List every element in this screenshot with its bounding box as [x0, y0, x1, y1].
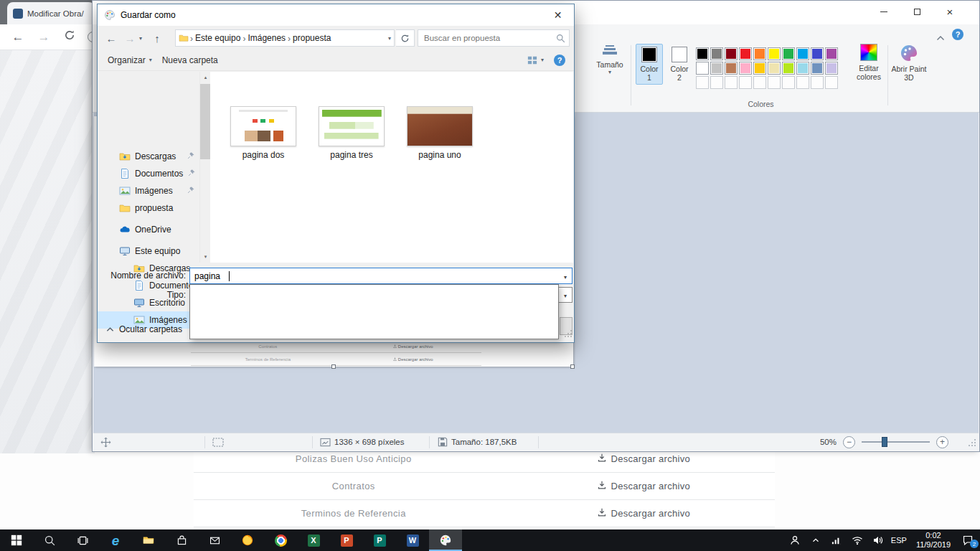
- taskbar-publisher-icon[interactable]: P: [363, 529, 396, 551]
- empty-color-slot[interactable]: [696, 76, 709, 89]
- dialog-close-button[interactable]: ✕: [542, 4, 574, 26]
- network-icon[interactable]: [829, 535, 844, 546]
- taskbar-task-view-icon[interactable]: [66, 529, 99, 551]
- taskbar-word-icon[interactable]: W: [396, 529, 429, 551]
- file-item[interactable]: pagina tres: [314, 106, 389, 160]
- taskbar-firefox-icon[interactable]: [231, 529, 264, 551]
- taskbar-excel-icon[interactable]: X: [297, 529, 330, 551]
- download-link[interactable]: Descargar archivo: [514, 453, 776, 464]
- scroll-up-icon[interactable]: ▴: [200, 72, 211, 83]
- file-item[interactable]: pagina dos: [226, 106, 301, 160]
- color-swatch[interactable]: [710, 62, 723, 75]
- chevron-up-icon[interactable]: [808, 535, 824, 545]
- sidebar-item-descargas[interactable]: Descargas: [98, 148, 199, 165]
- filename-autocomplete-dropdown[interactable]: [189, 284, 559, 339]
- zoom-slider-thumb[interactable]: [882, 437, 887, 447]
- color-swatch[interactable]: [768, 62, 781, 75]
- zoom-out-button[interactable]: −: [843, 436, 855, 448]
- open-paint3d-button[interactable]: Abrir Paint 3D: [890, 44, 928, 82]
- breadcrumb[interactable]: Este equipoImágenespropuesta ▾: [175, 29, 395, 47]
- chevron-down-icon[interactable]: ▾: [564, 274, 567, 281]
- breadcrumb-item[interactable]: Imágenes: [245, 33, 288, 43]
- hide-folders-button[interactable]: Ocultar carpetas: [106, 324, 182, 334]
- taskbar-mail-icon[interactable]: [198, 529, 231, 551]
- nav-up-icon[interactable]: ↑: [148, 32, 166, 44]
- clock[interactable]: 0:02 11/9/2019: [912, 531, 955, 550]
- breadcrumb-item[interactable]: Este equipo: [193, 33, 242, 43]
- chevron-down-icon[interactable]: ▾: [564, 293, 567, 299]
- size-button[interactable]: Tamaño ▾: [593, 44, 626, 95]
- new-folder-button[interactable]: Nueva carpeta: [162, 55, 218, 65]
- sidebar-item-documentos[interactable]: Documentos: [98, 165, 199, 182]
- empty-color-slot[interactable]: [782, 76, 795, 89]
- chrome-tab[interactable]: Modificar Obra/: [7, 2, 95, 24]
- people-icon[interactable]: [787, 534, 803, 546]
- sidebar-item-este equipo[interactable]: Este equipo: [98, 242, 199, 260]
- empty-color-slot[interactable]: [811, 76, 824, 89]
- nav-history-chevron-icon[interactable]: ▾: [139, 35, 142, 42]
- search-input[interactable]: [418, 30, 569, 46]
- scrollbar-thumb[interactable]: [200, 84, 211, 159]
- collapse-ribbon-icon[interactable]: [936, 31, 945, 44]
- nav-forward-icon[interactable]: →: [121, 32, 139, 44]
- sidebar-scrollbar[interactable]: ▴ ▾: [199, 72, 210, 263]
- empty-color-slot[interactable]: [768, 76, 781, 89]
- language-indicator[interactable]: ESP: [891, 536, 907, 545]
- nav-back-icon[interactable]: ←: [102, 32, 121, 44]
- breadcrumb-item[interactable]: propuesta: [291, 33, 333, 43]
- dialog-resize-grip[interactable]: [564, 328, 573, 341]
- color-swatch[interactable]: [739, 47, 752, 60]
- close-button[interactable]: ×: [933, 1, 966, 23]
- empty-color-slot[interactable]: [739, 76, 752, 89]
- back-icon[interactable]: ←: [10, 30, 26, 44]
- reload-icon[interactable]: [62, 29, 77, 44]
- taskbar-search-icon[interactable]: [33, 529, 66, 551]
- color-swatch[interactable]: [739, 62, 752, 75]
- color-swatch[interactable]: [825, 62, 838, 75]
- color-swatch[interactable]: [782, 62, 795, 75]
- color-swatch[interactable]: [725, 47, 738, 60]
- color2-button[interactable]: Color 2: [666, 44, 693, 85]
- taskbar-chrome-icon[interactable]: [264, 529, 297, 551]
- color-swatch[interactable]: [811, 47, 824, 60]
- zoom-slider[interactable]: [862, 441, 930, 443]
- taskbar-edge-icon[interactable]: e: [99, 529, 132, 551]
- color-swatch[interactable]: [696, 62, 709, 75]
- taskbar-powerpoint-icon[interactable]: P: [330, 529, 363, 551]
- color-swatch[interactable]: [782, 47, 795, 60]
- views-button[interactable]: ▾: [527, 55, 544, 65]
- organize-button[interactable]: Organizar ▾: [108, 55, 152, 65]
- color-swatch[interactable]: [753, 47, 766, 60]
- color-swatch[interactable]: [825, 47, 838, 60]
- scroll-down-icon[interactable]: ▾: [200, 251, 211, 263]
- color-swatch[interactable]: [768, 47, 781, 60]
- empty-color-slot[interactable]: [753, 76, 766, 89]
- color-swatch[interactable]: [696, 47, 709, 60]
- taskbar-store-icon[interactable]: [165, 529, 198, 551]
- color-swatch[interactable]: [796, 62, 809, 75]
- taskbar-start-icon[interactable]: [0, 529, 33, 551]
- resize-grip-icon[interactable]: [968, 438, 976, 448]
- minimize-button[interactable]: [867, 1, 900, 23]
- download-link[interactable]: Descargar archivo: [514, 508, 776, 519]
- sidebar-item-imágenes[interactable]: Imágenes: [98, 182, 199, 199]
- canvas-resize-handle[interactable]: [570, 364, 575, 369]
- taskbar-paint-icon[interactable]: [429, 529, 462, 551]
- notification-center-icon[interactable]: 2: [960, 534, 976, 546]
- color1-button[interactable]: Color 1: [636, 44, 663, 85]
- sidebar-item-propuesta[interactable]: propuesta: [98, 199, 199, 217]
- empty-color-slot[interactable]: [796, 76, 809, 89]
- breadcrumb-dropdown-icon[interactable]: ▾: [388, 35, 391, 42]
- refresh-button[interactable]: [396, 29, 415, 47]
- zoom-in-button[interactable]: +: [936, 436, 948, 448]
- color-swatch[interactable]: [811, 62, 824, 75]
- canvas-resize-handle[interactable]: [331, 364, 336, 369]
- empty-color-slot[interactable]: [825, 76, 838, 89]
- filename-field[interactable]: ▾: [189, 268, 573, 284]
- volume-icon[interactable]: [870, 534, 886, 546]
- help-icon[interactable]: ?: [952, 29, 963, 40]
- search-box[interactable]: [418, 29, 570, 47]
- filename-input[interactable]: [190, 268, 572, 283]
- color-swatch[interactable]: [710, 47, 723, 60]
- download-link[interactable]: Descargar archivo: [514, 481, 776, 491]
